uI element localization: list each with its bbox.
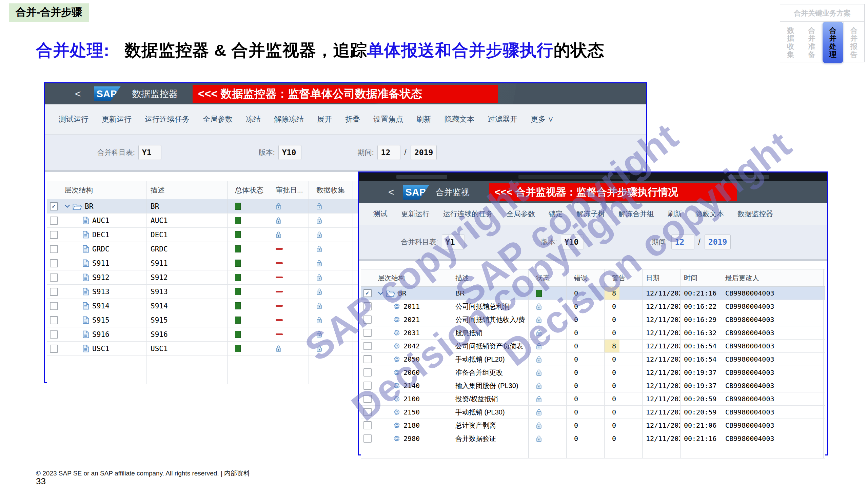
toolbar-item[interactable]: 过滤器开 xyxy=(488,114,517,124)
toolbar-item[interactable]: 隐藏文本 xyxy=(445,114,474,124)
row-checkbox[interactable] xyxy=(363,316,372,324)
nav-tab-1[interactable]: 数据收集 xyxy=(780,22,801,63)
table-row[interactable]: 2042公司间抵销资产负债表0812/11/202000:16:54CB9980… xyxy=(361,340,825,353)
toolbar-item[interactable]: 更新运行 xyxy=(401,209,430,219)
toolbar-item[interactable]: 全局参数 xyxy=(203,114,233,124)
col-description[interactable]: 描述 xyxy=(451,269,529,286)
cell-date: 12/11/2020 xyxy=(643,340,680,352)
toolbar-item[interactable]: 解除冻结 xyxy=(274,114,304,124)
row-checkbox[interactable] xyxy=(50,273,58,282)
row-checkbox[interactable] xyxy=(363,368,372,377)
lock-icon xyxy=(536,435,542,442)
toolbar-item[interactable]: 全局参数 xyxy=(507,209,535,219)
lock-icon xyxy=(316,203,322,210)
toolbar-item[interactable]: 测试 xyxy=(373,209,388,219)
row-checkbox[interactable]: ✓ xyxy=(50,202,58,210)
back-icon[interactable]: < xyxy=(75,88,81,100)
row-checkbox[interactable] xyxy=(50,259,58,267)
cell-errors: 0 xyxy=(567,287,605,300)
toolbar-item[interactable]: 数据监控器 xyxy=(737,209,773,219)
toolbar-item[interactable]: 更多 ∨ xyxy=(531,114,554,124)
row-checkbox[interactable] xyxy=(363,302,372,310)
doc-icon xyxy=(83,245,89,253)
row-checkbox[interactable] xyxy=(50,302,58,310)
table-row[interactable]: 2180总计资产剥离0012/11/202000:21:06CB99800040… xyxy=(361,419,825,432)
table-row[interactable]: 2011公司间抵销总利润0012/11/202000:16:22CB998000… xyxy=(361,300,825,313)
row-checkbox[interactable] xyxy=(363,355,372,363)
row-checkbox[interactable]: ✓ xyxy=(363,289,372,297)
col-overall-status[interactable]: 总体状态 xyxy=(228,181,268,199)
nav-tab-4[interactable]: 合并报告 xyxy=(843,22,864,63)
col-warnings[interactable]: 警告 xyxy=(605,269,643,286)
toolbar-item[interactable]: 展开 xyxy=(317,114,332,124)
table-row[interactable]: ✓BRBR0812/11/202000:21:16CB9980004003 xyxy=(361,287,825,300)
row-checkbox[interactable] xyxy=(50,245,58,253)
toolbar-item[interactable]: 运行连续任务 xyxy=(145,114,190,124)
toolbar-item[interactable]: 冻结 xyxy=(246,114,261,124)
row-checkbox[interactable] xyxy=(363,395,372,403)
col-last-changed-by[interactable]: 最后更改人 xyxy=(721,269,824,286)
table-row[interactable] xyxy=(361,445,825,459)
coa-input[interactable]: Y1 xyxy=(442,235,465,249)
table-row[interactable]: 2980合并数据验证0012/11/202000:21:16CB99800040… xyxy=(361,432,825,445)
consolidation-monitor-window: < SAP 合并监视 <<< 合并监视器：监督合并步骤执行情况 测试更新运行运行… xyxy=(358,171,828,455)
toolbar-item[interactable]: 锁定 xyxy=(549,209,563,219)
col-data-collection[interactable]: 数据收集 xyxy=(309,181,353,199)
toolbar-item[interactable]: 刷新 xyxy=(416,114,431,124)
table-row[interactable]: 2150手动抵销 (PL30)0012/11/202000:20:59CB998… xyxy=(361,406,825,419)
version-input[interactable]: Y10 xyxy=(278,145,301,160)
row-checkbox[interactable] xyxy=(50,316,58,324)
nav-tab-2[interactable]: 合并准备 xyxy=(801,22,822,63)
toolbar-item[interactable]: 运行连续的任务 xyxy=(443,209,493,219)
cell-data-collection xyxy=(309,342,353,355)
row-checkbox[interactable] xyxy=(363,434,372,443)
col-hierarchy[interactable]: 层次结构 xyxy=(374,269,451,286)
col-approval[interactable]: 审批日... xyxy=(268,181,309,199)
doc-icon xyxy=(83,217,89,224)
table-row[interactable]: 2031股息抵销0012/11/202000:16:32CB9980004003 xyxy=(361,326,825,340)
col-hierarchy[interactable]: 层次结构 xyxy=(61,181,146,199)
cell-hierarchy xyxy=(61,370,146,384)
toolbar-item[interactable]: 测试运行 xyxy=(59,114,88,124)
col-date[interactable]: 日期 xyxy=(643,269,680,286)
toolbar-item[interactable]: 更新运行 xyxy=(102,114,132,124)
cell-description: 公司间抵销其他收入/费 xyxy=(451,313,529,326)
row-checkbox[interactable] xyxy=(363,382,372,390)
period-month-input[interactable]: 12 xyxy=(377,145,400,160)
col-status[interactable]: 状态 xyxy=(529,269,567,286)
table-row[interactable]: 2060准备合并组更改0012/11/202000:19:37CB9980004… xyxy=(361,366,825,379)
table-row[interactable]: 2021公司间抵销其他收入/费0012/11/202000:16:29CB998… xyxy=(361,313,825,326)
table-row[interactable]: 2100投资/权益抵销0012/11/202000:20:59CB9980004… xyxy=(361,392,825,406)
row-checkbox[interactable] xyxy=(50,345,58,353)
row-checkbox[interactable] xyxy=(363,408,372,416)
period-year-input[interactable]: 2019 xyxy=(705,235,731,249)
period-label: 期间: xyxy=(652,237,668,247)
table-row[interactable]: 2140输入集团股份 (PL30)0012/11/202000:19:37CB9… xyxy=(361,379,825,392)
row-checkbox[interactable] xyxy=(363,329,372,337)
toolbar-item[interactable]: 隐蔽文本 xyxy=(695,209,724,219)
row-checkbox[interactable] xyxy=(50,330,58,339)
version-input[interactable]: Y10 xyxy=(561,235,584,249)
col-errors[interactable]: 错误 xyxy=(567,269,605,286)
toolbar-item[interactable]: 设置焦点 xyxy=(373,114,403,124)
table-row[interactable]: 2050手动抵销 (PL20)0012/11/202000:16:54CB998… xyxy=(361,353,825,366)
col-checkbox xyxy=(361,269,374,286)
col-time[interactable]: 时间 xyxy=(680,269,721,286)
period-month-input[interactable]: 12 xyxy=(671,235,694,249)
row-checkbox[interactable] xyxy=(50,288,58,296)
row-checkbox[interactable] xyxy=(50,217,58,225)
toolbar-item[interactable]: 解冻子树 xyxy=(576,209,605,219)
node-name: BR xyxy=(398,289,406,297)
cell-date: 12/11/2020 xyxy=(643,406,680,419)
row-checkbox[interactable] xyxy=(50,231,58,239)
toolbar-item[interactable]: 解冻合并组 xyxy=(618,209,654,219)
nav-tab-3[interactable]: 合并处理 xyxy=(822,22,843,63)
col-description[interactable]: 描述 xyxy=(146,181,228,199)
period-year-input[interactable]: 2019 xyxy=(411,145,437,160)
back-icon[interactable]: < xyxy=(388,186,394,198)
toolbar-item[interactable]: 刷新 xyxy=(668,209,682,219)
coa-input[interactable]: Y1 xyxy=(138,145,161,160)
toolbar-item[interactable]: 折叠 xyxy=(345,114,360,124)
row-checkbox[interactable] xyxy=(363,342,372,350)
row-checkbox[interactable] xyxy=(363,421,372,429)
